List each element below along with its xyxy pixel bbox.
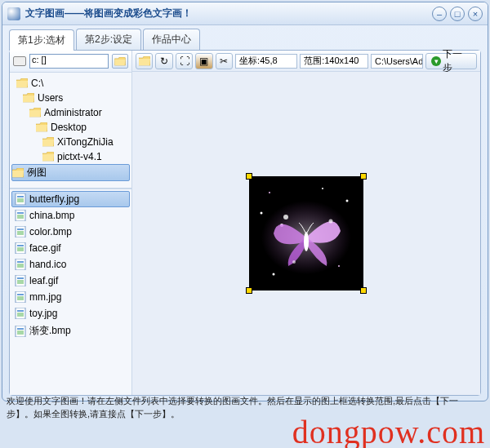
arrow-down-icon: ▾: [431, 56, 441, 66]
folder-icon: [42, 152, 54, 162]
svg-point-14: [329, 220, 333, 224]
resize-handle-bl[interactable]: [246, 287, 252, 294]
svg-point-7: [346, 200, 349, 202]
tree-item[interactable]: Users: [11, 91, 130, 105]
file-item[interactable]: china.bmp: [11, 207, 130, 224]
preview-canvas[interactable]: [132, 72, 480, 395]
image-file-icon: [15, 275, 26, 286]
window-title: 文字图画——将图画变成彩色文字画！: [25, 7, 429, 20]
tab-step1[interactable]: 第1步:选材: [9, 29, 74, 51]
svg-point-10: [322, 188, 323, 189]
actual-size-button[interactable]: ▣: [195, 53, 212, 69]
image-file-icon: [15, 308, 26, 319]
folder-tree: C:\ Users Administrator Desktop XiTongZh…: [10, 73, 131, 184]
resize-handle-tr[interactable]: [360, 173, 367, 180]
svg-point-12: [304, 232, 309, 251]
left-panel: c: [] C:\ Users Administrator Desktop Xi…: [10, 51, 132, 395]
file-item[interactable]: 渐变.bmp: [11, 322, 130, 340]
svg-point-9: [273, 273, 275, 276]
path-display: C:\Users\Adr: [371, 54, 423, 69]
content-area: c: [] C:\ Users Administrator Desktop Xi…: [9, 50, 481, 396]
image-file-icon: [15, 193, 26, 205]
close-button[interactable]: ×: [468, 7, 483, 21]
file-name: toy.jpg: [29, 308, 57, 319]
image-file-icon: [15, 210, 26, 221]
tree-label: C:\: [31, 78, 43, 89]
file-item[interactable]: butterfly.jpg: [11, 191, 130, 207]
file-list: butterfly.jpg china.bmp color.bmp face.g…: [10, 188, 131, 395]
range-display: 范围:140x140: [300, 54, 368, 69]
drive-select[interactable]: c: []: [29, 54, 109, 69]
file-name: china.bmp: [29, 210, 74, 221]
tree-item[interactable]: Desktop: [11, 120, 130, 135]
svg-point-13: [283, 215, 288, 220]
selection-frame[interactable]: [249, 176, 363, 291]
image-file-icon: [15, 242, 26, 254]
tree-label: Administrator: [44, 107, 102, 118]
image-file-icon: [15, 259, 26, 270]
tree-item[interactable]: pictxt-v4.1: [11, 149, 130, 164]
drive-selector-row: c: []: [10, 51, 131, 73]
file-item[interactable]: color.bmp: [11, 224, 130, 240]
tree-label: 例图: [27, 166, 47, 180]
file-name: color.bmp: [29, 226, 72, 237]
file-name: butterfly.jpg: [29, 193, 79, 205]
folder-icon: [16, 78, 28, 88]
maximize-button[interactable]: □: [450, 7, 465, 21]
resize-handle-br[interactable]: [360, 287, 367, 294]
browse-button[interactable]: [112, 54, 128, 69]
refresh-button[interactable]: ↻: [155, 53, 172, 69]
image-file-icon: [15, 226, 26, 237]
tree-label: pictxt-v4.1: [57, 151, 102, 162]
file-item[interactable]: leaf.gif: [11, 273, 130, 289]
crop-button[interactable]: ✂: [216, 53, 233, 69]
right-panel: ↻ ⛶ ▣ ✂ 坐标:45,8 范围:140x140 C:\Users\Adr …: [132, 51, 480, 395]
tree-item[interactable]: 例图: [11, 164, 130, 181]
tab-step2[interactable]: 第2步:设定: [76, 29, 141, 50]
svg-point-4: [261, 212, 263, 215]
folder-icon: [36, 122, 47, 132]
coord-display: 坐标:45,8: [235, 54, 297, 69]
folder-icon: [42, 137, 54, 147]
file-name: mm.jpg: [29, 291, 61, 303]
image-file-icon: [15, 326, 26, 337]
folder-icon: [23, 93, 34, 103]
titlebar: 文字图画——将图画变成彩色文字画！ – □ ×: [2, 2, 488, 25]
toolbar: ↻ ⛶ ▣ ✂ 坐标:45,8 范围:140x140 C:\Users\Adr …: [132, 51, 480, 72]
tab-gallery[interactable]: 作品中心: [143, 29, 200, 50]
preview-image: [249, 176, 363, 291]
fit-button[interactable]: ⛶: [176, 53, 193, 69]
file-name: leaf.gif: [29, 275, 58, 286]
next-label: 下一步: [443, 47, 471, 75]
app-icon: [7, 7, 20, 20]
resize-handle-tl[interactable]: [246, 173, 252, 180]
file-item[interactable]: toy.jpg: [11, 305, 130, 322]
tree-item[interactable]: XiTongZhiJia: [11, 135, 130, 149]
minimize-button[interactable]: –: [432, 7, 447, 21]
file-name: hand.ico: [29, 259, 66, 270]
app-window: 文字图画——将图画变成彩色文字画！ – □ × 第1步:选材 第2步:设定 作品…: [2, 2, 488, 401]
tree-label: Desktop: [51, 122, 87, 133]
watermark: dongpow.com: [292, 413, 485, 448]
tree-item[interactable]: C:\: [11, 76, 130, 91]
file-name: face.gif: [29, 242, 61, 254]
svg-point-8: [338, 265, 340, 267]
folder-icon: [29, 108, 41, 118]
folder-icon: [12, 168, 24, 178]
svg-point-15: [292, 260, 296, 264]
tabs: 第1步:选材 第2步:设定 作品中心: [2, 25, 488, 50]
file-item[interactable]: mm.jpg: [11, 289, 130, 305]
svg-point-5: [269, 192, 270, 193]
tree-label: Users: [38, 92, 63, 104]
tree-item[interactable]: Administrator: [11, 105, 130, 120]
image-file-icon: [15, 291, 26, 303]
file-item[interactable]: hand.ico: [11, 256, 130, 273]
file-name: 渐变.bmp: [29, 324, 71, 338]
file-item[interactable]: face.gif: [11, 240, 130, 256]
next-step-button[interactable]: ▾下一步: [425, 53, 477, 69]
open-button[interactable]: [136, 53, 153, 69]
drive-icon: [13, 56, 26, 66]
tree-label: XiTongZhiJia: [57, 136, 114, 148]
